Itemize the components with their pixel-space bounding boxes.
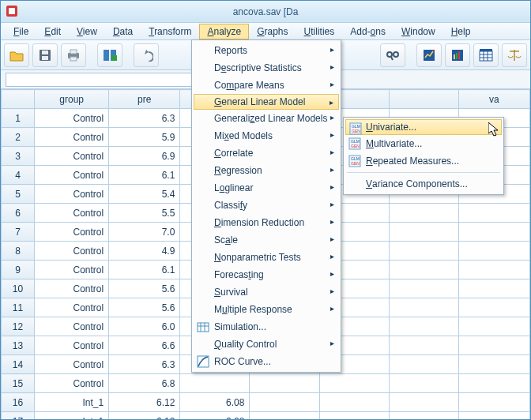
cell[interactable]: 6.1 <box>109 166 180 185</box>
analyze-item-roc-curve[interactable]: ROC Curve... <box>194 353 339 370</box>
analyze-item-multiple-response[interactable]: Multiple Response <box>194 301 339 318</box>
cell[interactable]: 6.6 <box>109 336 180 355</box>
cell[interactable] <box>250 374 319 393</box>
cell[interactable] <box>458 261 529 279</box>
glm-item-variance-components[interactable]: Variance Components... <box>345 175 502 193</box>
table-row[interactable]: 17Int_16.126.08 <box>2 412 530 420</box>
row-header[interactable]: 3 <box>2 147 35 166</box>
row-header[interactable]: 10 <box>2 279 35 298</box>
cell[interactable]: Control <box>35 355 109 374</box>
cell[interactable]: Control <box>35 128 109 147</box>
save-button[interactable] <box>32 43 58 67</box>
menu-window[interactable]: Window <box>394 24 443 39</box>
analyze-item-compare-means[interactable]: Compare Means <box>194 77 339 94</box>
cell[interactable] <box>458 298 529 317</box>
cell[interactable]: Control <box>35 242 109 261</box>
row-header[interactable]: 1 <box>2 109 35 128</box>
analyze-item-survival[interactable]: Survival <box>194 283 339 301</box>
cell[interactable]: 6.08 <box>180 412 250 420</box>
cell[interactable] <box>458 242 529 261</box>
cell[interactable]: Int_1 <box>35 393 109 412</box>
row-header[interactable]: 12 <box>2 317 35 336</box>
cell[interactable] <box>389 204 458 223</box>
table-row[interactable]: 15Control6.8 <box>2 374 530 393</box>
cell[interactable]: 6.3 <box>109 109 180 128</box>
analyze-item-scale[interactable]: Scale <box>194 231 339 249</box>
cell[interactable] <box>389 279 458 298</box>
analyze-item-correlate[interactable]: Correlate <box>194 144 339 162</box>
cell[interactable] <box>389 355 458 374</box>
cell[interactable]: Control <box>35 166 109 185</box>
menu-add-ons[interactable]: Add-ons <box>342 24 394 39</box>
legacy-dialogs-button[interactable] <box>445 43 470 67</box>
cell[interactable] <box>458 374 529 393</box>
cell[interactable] <box>458 223 529 242</box>
glm-item-univariate[interactable]: GLMGENUnivariate... <box>345 119 502 135</box>
cell[interactable]: 6.12 <box>109 412 180 420</box>
cell[interactable]: 6.08 <box>180 393 250 412</box>
cell[interactable] <box>389 374 458 393</box>
cell[interactable] <box>389 242 458 261</box>
menu-transform[interactable]: Transform <box>141 24 199 39</box>
find-button[interactable] <box>380 43 405 67</box>
cell[interactable]: Control <box>35 317 109 336</box>
cell[interactable]: 5.6 <box>109 298 180 317</box>
cell[interactable]: Control <box>35 261 109 279</box>
cell[interactable] <box>389 261 458 279</box>
cell[interactable] <box>389 298 458 317</box>
cell[interactable]: Control <box>35 279 109 298</box>
row-header[interactable]: 9 <box>2 261 35 279</box>
analyze-item-loglinear[interactable]: Loglinear <box>194 179 339 197</box>
cell[interactable] <box>458 204 529 223</box>
cell[interactable]: Control <box>35 223 109 242</box>
column-header[interactable]: group <box>35 90 109 109</box>
cell[interactable]: 5.9 <box>109 128 180 147</box>
row-header[interactable]: 15 <box>2 374 35 393</box>
cell[interactable] <box>389 317 458 336</box>
cell[interactable] <box>458 336 529 355</box>
analyze-item-generalized-linear-models[interactable]: Generalized Linear Models <box>194 110 339 127</box>
analyze-item-simulation[interactable]: Simulation... <box>194 318 339 336</box>
analyze-item-quality-control[interactable]: Quality Control <box>194 336 339 353</box>
cell-entry[interactable] <box>6 73 195 87</box>
row-header[interactable]: 17 <box>2 412 35 420</box>
glm-item-multivariate[interactable]: GLMGENMultivariate... <box>345 135 502 152</box>
row-header[interactable]: 16 <box>2 393 35 412</box>
row-header[interactable]: 14 <box>2 355 35 374</box>
cell[interactable] <box>389 393 458 412</box>
column-header[interactable]: pre <box>109 90 180 109</box>
grid-button[interactable] <box>473 43 499 67</box>
cell[interactable]: Control <box>35 298 109 317</box>
cell[interactable] <box>319 374 389 393</box>
cell[interactable]: 5.6 <box>109 279 180 298</box>
cell[interactable]: 6.9 <box>109 147 180 166</box>
row-header[interactable]: 13 <box>2 336 35 355</box>
row-header[interactable]: 7 <box>2 223 35 242</box>
grid-corner[interactable] <box>2 90 35 109</box>
cell[interactable]: 6.8 <box>109 374 180 393</box>
cell[interactable]: 6.1 <box>109 261 180 279</box>
row-header[interactable]: 6 <box>2 204 35 223</box>
table-row[interactable]: 16Int_16.126.08 <box>2 393 530 412</box>
cell[interactable] <box>250 393 319 412</box>
analyze-item-general-linear-model[interactable]: General Linear Model <box>194 94 339 110</box>
undo-button[interactable] <box>134 43 159 67</box>
row-header[interactable]: 5 <box>2 185 35 204</box>
chart-builder-button[interactable] <box>416 43 442 67</box>
cell[interactable] <box>458 279 529 298</box>
cell[interactable]: 6.0 <box>109 317 180 336</box>
analyze-item-reports[interactable]: Reports <box>194 42 339 59</box>
cell[interactable]: 6.12 <box>109 393 180 412</box>
row-header[interactable]: 11 <box>2 298 35 317</box>
analyze-item-forecasting[interactable]: Forecasting <box>194 266 339 283</box>
cell[interactable]: 7.0 <box>109 223 180 242</box>
column-header[interactable] <box>389 90 458 109</box>
cell[interactable]: 5.4 <box>109 185 180 204</box>
row-header[interactable]: 2 <box>2 128 35 147</box>
row-header[interactable]: 4 <box>2 166 35 185</box>
cell[interactable] <box>458 317 529 336</box>
menu-help[interactable]: Help <box>443 24 479 39</box>
cell[interactable] <box>250 412 319 420</box>
cell[interactable] <box>319 412 389 420</box>
analyze-item-dimension-reduction[interactable]: Dimension Reduction <box>194 214 339 231</box>
